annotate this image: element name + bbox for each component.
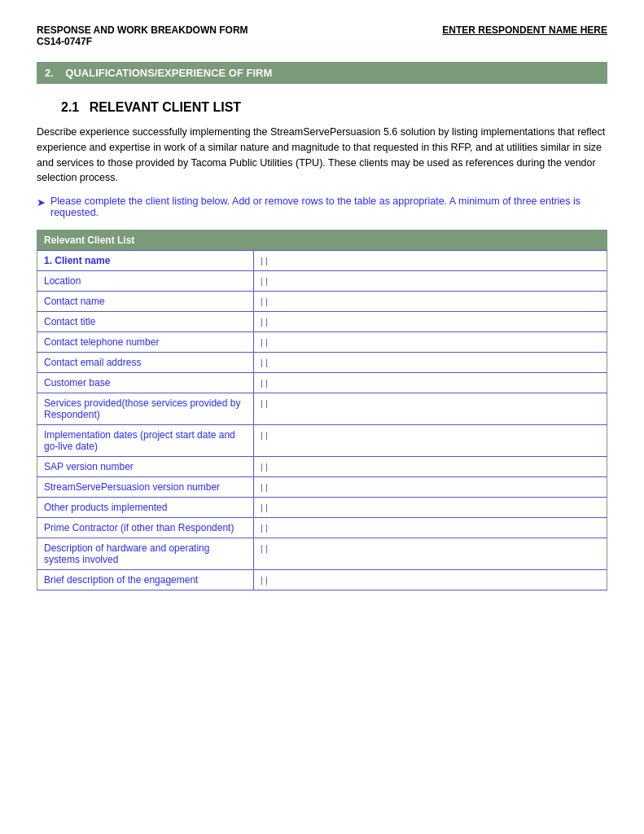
row-label: Brief description of the engagement [37,570,254,590]
row-label: Customer base [37,373,254,393]
value-lines: | | [261,575,268,585]
table-row[interactable]: Contact telephone number| | [37,332,607,353]
row-label: Description of hardware and operating sy… [37,538,254,570]
value-lines: | | [261,430,268,440]
form-title: RESPONSE AND WORK BREAKDOWN FORM [37,24,248,36]
subsection-title: RELEVANT CLIENT LIST [90,100,241,114]
table-row[interactable]: Customer base| | [37,373,607,393]
section-number: 2. [45,67,54,79]
table-row[interactable]: Brief description of the engagement| | [37,570,607,590]
value-lines: | | [261,296,268,306]
subsection-heading: 2.1 RELEVANT CLIENT LIST [61,100,607,115]
value-lines: | | [261,543,268,553]
row-value[interactable]: | | [254,457,607,477]
row-value[interactable]: | | [254,518,607,538]
row-label: 1. Client name [37,251,254,271]
row-label: Prime Contractor (if other than Responde… [37,518,254,538]
row-label: Services provided(those services provide… [37,393,254,425]
table-row[interactable]: StreamServePersuasion version number| | [37,477,607,498]
row-label: Implementation dates (project start date… [37,425,254,457]
table-row[interactable]: Implementation dates (project start date… [37,425,607,457]
table-row[interactable]: Contact title| | [37,312,607,332]
row-value[interactable]: | | [254,251,607,271]
row-value[interactable]: | | [254,498,607,518]
bullet-arrow-icon: ➤ [37,196,46,208]
row-value[interactable]: | | [254,538,607,570]
row-value[interactable]: | | [254,477,607,498]
value-lines: | | [261,317,268,327]
value-lines: | | [261,398,268,408]
value-lines: | | [261,337,268,347]
row-label: Contact telephone number [37,332,254,353]
table-row[interactable]: SAP version number| | [37,457,607,477]
table-row[interactable]: Location| | [37,271,607,292]
row-label: Contact email address [37,353,254,373]
table-row[interactable]: Other products implemented| | [37,498,607,518]
form-title-block: RESPONSE AND WORK BREAKDOWN FORM CS14-07… [37,24,248,47]
value-lines: | | [261,462,268,472]
document-header: RESPONSE AND WORK BREAKDOWN FORM CS14-07… [37,24,607,47]
row-value[interactable]: | | [254,271,607,292]
table-row[interactable]: Services provided(those services provide… [37,393,607,425]
row-value[interactable]: | | [254,393,607,425]
relevant-client-list-table: Relevant Client List 1. Client name| |Lo… [37,230,607,590]
row-value[interactable]: | | [254,425,607,457]
table-row[interactable]: 1. Client name| | [37,251,607,271]
row-label: Contact title [37,312,254,332]
table-row[interactable]: Prime Contractor (if other than Responde… [37,518,607,538]
section-title: QUALIFICATIONS/EXPERIENCE OF FIRM [65,67,272,79]
row-value[interactable]: | | [254,312,607,332]
row-value[interactable]: | | [254,570,607,590]
value-lines: | | [261,482,268,492]
table-header-cell: Relevant Client List [37,230,607,251]
row-value[interactable]: | | [254,292,607,312]
row-value[interactable]: | | [254,353,607,373]
row-label: Other products implemented [37,498,254,518]
table-row[interactable]: Contact name| | [37,292,607,312]
value-lines: | | [261,358,268,367]
table-row[interactable]: Description of hardware and operating sy… [37,538,607,570]
form-number: CS14-0747F [37,36,248,47]
row-value[interactable]: | | [254,332,607,353]
description-paragraph: Describe experience successfully impleme… [37,125,607,186]
subsection-number: 2.1 [61,100,79,114]
table-row[interactable]: Contact email address| | [37,353,607,373]
value-lines: | | [261,503,268,512]
respondent-name[interactable]: ENTER RESPONDENT NAME HERE [442,24,607,36]
value-lines: | | [261,256,268,266]
section-bar: 2. QUALIFICATIONS/EXPERIENCE OF FIRM [37,62,607,84]
instruction-text: Please complete the client listing below… [50,195,607,218]
row-value[interactable]: | | [254,373,607,393]
row-label: Location [37,271,254,292]
row-label: StreamServePersuasion version number [37,477,254,498]
table-header-row: Relevant Client List [37,230,607,251]
instruction-bullet: ➤ Please complete the client listing bel… [37,195,607,218]
value-lines: | | [261,276,268,286]
row-label: SAP version number [37,457,254,477]
value-lines: | | [261,523,268,533]
value-lines: | | [261,378,268,388]
row-label: Contact name [37,292,254,312]
